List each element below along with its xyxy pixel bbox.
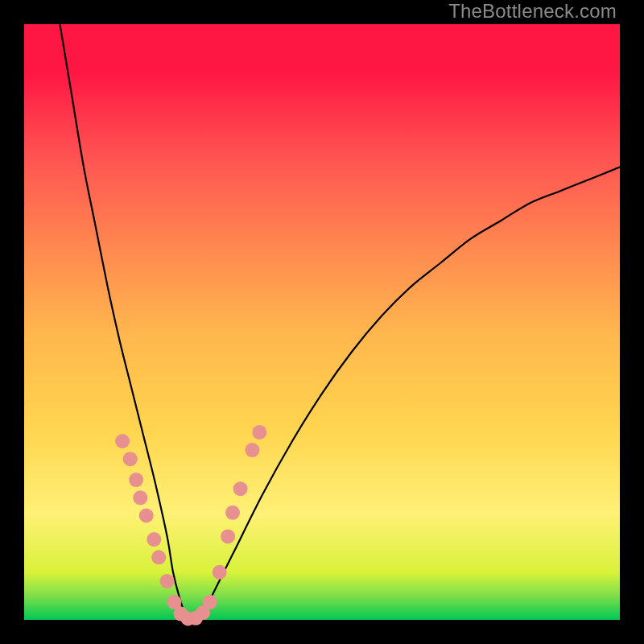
- curve-marker: [160, 574, 175, 588]
- curve-marker: [133, 490, 147, 505]
- curve-path: [60, 24, 620, 620]
- plot-area: [24, 24, 620, 620]
- curve-marker: [147, 532, 161, 547]
- curve-marker: [129, 473, 143, 487]
- curve-marker: [221, 529, 235, 543]
- watermark-text: TheBottleneck.com: [448, 0, 617, 23]
- chart-svg: [24, 24, 620, 620]
- curve-marker: [252, 425, 266, 440]
- curve-marker: [123, 452, 138, 466]
- curve-marker: [203, 595, 217, 609]
- curve-marker: [213, 565, 227, 580]
- curve-marker: [151, 550, 166, 564]
- curve-marker: [115, 434, 130, 448]
- bottleneck-curve: [60, 24, 620, 620]
- chart-frame: TheBottleneck.com: [0, 0, 644, 644]
- curve-marker: [139, 509, 154, 523]
- curve-marker: [233, 481, 248, 496]
- curve-markers: [115, 425, 266, 626]
- curve-marker: [225, 506, 240, 520]
- curve-marker: [245, 443, 259, 457]
